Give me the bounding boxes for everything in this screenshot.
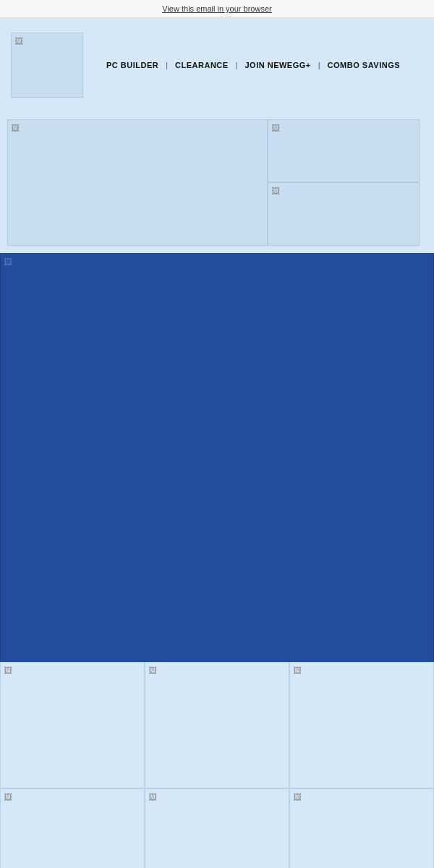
nav-clearance[interactable]: CLEARANCE <box>175 61 229 69</box>
product-cell-6[interactable] <box>289 788 434 868</box>
nav-combo-savings[interactable]: COMBO SAVINGS <box>328 61 400 69</box>
product-cell-3[interactable] <box>289 662 434 788</box>
product-cell-2[interactable] <box>145 662 289 788</box>
product-cell-4[interactable] <box>0 788 145 868</box>
product-grid-bottom <box>0 788 434 868</box>
top-right-images <box>268 119 420 246</box>
nav-sep-2: | <box>236 61 238 69</box>
nav-pc-builder[interactable]: PC BUILDER <box>106 61 158 69</box>
header-nav: PC BUILDER | CLEARANCE | JOIN NEWEGG+ | … <box>83 61 423 69</box>
product-cell-1[interactable] <box>0 662 145 788</box>
nav-sep-3: | <box>318 61 320 69</box>
email-browser-bar: View this email in your browser <box>0 0 434 18</box>
top-images-section <box>0 112 434 253</box>
top-right-bottom-image[interactable] <box>268 182 420 246</box>
top-right-top-image[interactable] <box>268 119 420 182</box>
product-cell-5[interactable] <box>145 788 289 868</box>
hero-banner[interactable] <box>0 253 434 662</box>
browser-link[interactable]: View this email in your browser <box>162 4 271 13</box>
nav-sep-1: | <box>166 61 168 69</box>
logo <box>11 33 83 98</box>
header: PC BUILDER | CLEARANCE | JOIN NEWEGG+ | … <box>0 18 434 112</box>
top-left-image[interactable] <box>7 119 268 246</box>
product-grid-top <box>0 662 434 788</box>
nav-join-newegg[interactable]: JOIN NEWEGG+ <box>244 61 310 69</box>
